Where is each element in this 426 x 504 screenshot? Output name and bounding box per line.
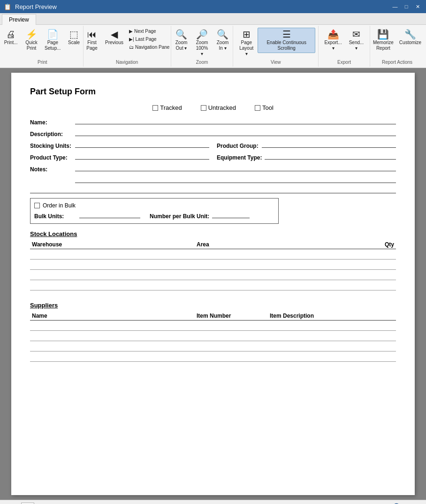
product-group-field[interactable] — [262, 141, 396, 148]
stock-row4-qty — [359, 280, 396, 290]
previous-button[interactable]: ◀ Previous — [103, 28, 126, 53]
item-description-header: Item Description — [268, 312, 396, 321]
suppliers-section: Suppliers Name Item Number Item Descript… — [30, 302, 396, 367]
stock-row4-warehouse — [30, 280, 195, 290]
maximize-button[interactable]: □ — [402, 2, 411, 11]
checkbox-row: Tracked Untracked Tool — [30, 104, 396, 111]
enable-continuous-label: Enable Continuous Scrolling — [260, 40, 313, 51]
description-label: Description: — [30, 131, 72, 137]
product-type-equipment-row: Product Type: Equipment Type: — [30, 153, 396, 161]
supplier-row-2 — [30, 330, 396, 341]
status-bar: Page: / 1 109% − + — [0, 500, 426, 504]
name-field[interactable] — [75, 118, 396, 124]
notes-field[interactable] — [75, 165, 396, 171]
minimize-button[interactable]: — — [390, 2, 400, 11]
enable-continuous-button[interactable]: ☰ Enable Continuous Scrolling — [258, 28, 315, 53]
export-icon: 📤 — [327, 30, 339, 39]
supplier-row2-name — [30, 330, 195, 341]
supplier-blank1 — [30, 361, 195, 366]
stock-row-1 — [30, 249, 396, 260]
equipment-type-label: Equipment Type: — [217, 154, 262, 161]
tracked-checkbox[interactable] — [152, 105, 158, 111]
stock-row-2 — [30, 260, 396, 270]
ribbon-group-export: 📤 Export... ▾ ✉ Send... ▾ Export — [319, 26, 370, 67]
nav-group-items: ⏮ FirstPage ◀ Previous ▶ Next Page ▶| La… — [82, 28, 172, 53]
print-button[interactable]: 🖨 Print... — [1, 28, 21, 47]
view-group-items: ⊞ PageLayout ▾ ☰ Enable Continuous Scrol… — [236, 28, 315, 59]
memorize-report-button[interactable]: 💾 MemorizeReport — [371, 28, 396, 53]
zoom-in-icon: 🔍 — [217, 30, 228, 39]
print-group-items: 🖨 Print... ⚡ QuickPrint 📄 PageSetup... ⬚… — [1, 28, 84, 59]
supplier-row4-item-description — [268, 351, 396, 361]
supplier-row-1 — [30, 320, 396, 330]
enable-continuous-icon: ☰ — [282, 30, 291, 39]
number-per-bulk-field[interactable] — [212, 212, 250, 218]
title-bar-controls: — □ ✕ — [390, 2, 422, 11]
suppliers-table: Name Item Number Item Description — [30, 312, 396, 367]
product-type-label: Product Type: — [30, 154, 72, 161]
stock-row-4 — [30, 280, 396, 290]
page-layout-button[interactable]: ⊞ PageLayout ▾ — [236, 28, 257, 59]
page-input[interactable] — [21, 503, 34, 504]
bulk-section-box: Order in Bulk Bulk Units: Number per Bul… — [30, 198, 279, 224]
report-actions-items: 💾 MemorizeReport 🔧 Customize — [371, 28, 424, 59]
bulk-units-field[interactable] — [79, 212, 140, 218]
next-page-button[interactable]: ▶ Next Page — [127, 28, 172, 35]
send-icon: ✉ — [352, 30, 360, 39]
stock-blank1 — [30, 290, 195, 295]
tool-checkbox[interactable] — [255, 105, 260, 111]
navigation-pane-button[interactable]: 🗂 Navigation Pane — [127, 44, 172, 51]
export-button[interactable]: 📤 Export... ▾ — [321, 28, 345, 53]
name-label: Name: — [30, 119, 72, 126]
supplier-blank3 — [268, 361, 396, 366]
zoom-out-label: ZoomOut ▾ — [175, 40, 188, 51]
qty-header: Qty — [359, 240, 396, 249]
notes-field-line2 — [75, 176, 396, 183]
export-label: Export... ▾ — [324, 40, 342, 51]
separator-line1 — [30, 187, 396, 193]
print-group-label: Print — [38, 59, 47, 65]
close-button[interactable]: ✕ — [413, 2, 422, 11]
page-setup-button[interactable]: 📄 PageSetup... — [42, 28, 63, 53]
zoom-100-button[interactable]: 🔎 Zoom100% ▾ — [192, 28, 212, 59]
stock-locations-header: Warehouse Area Qty — [30, 240, 396, 249]
zoom-in-button[interactable]: 🔍 ZoomIn ▾ — [213, 28, 233, 53]
tab-preview[interactable]: Preview — [2, 14, 36, 25]
send-label: Send... ▾ — [348, 40, 365, 51]
supplier-row1-name — [30, 320, 195, 330]
print-label: Print... — [4, 40, 18, 46]
report-actions-label: Report Actions — [382, 59, 412, 65]
stocking-units-field[interactable] — [75, 141, 209, 148]
stock-row3-qty — [359, 270, 396, 280]
page-setup-icon: 📄 — [47, 30, 59, 39]
ribbon-content: 🖨 Print... ⚡ QuickPrint 📄 PageSetup... ⬚… — [0, 25, 426, 68]
untracked-checkbox[interactable] — [201, 105, 206, 111]
ribbon-group-navigation: ⏮ FirstPage ◀ Previous ▶ Next Page ▶| La… — [84, 26, 171, 67]
send-button[interactable]: ✉ Send... ▾ — [346, 28, 367, 53]
quick-print-button[interactable]: ⚡ QuickPrint — [22, 28, 41, 53]
warehouse-header: Warehouse — [30, 240, 195, 249]
tracked-label: Tracked — [160, 104, 182, 111]
tool-label: Tool — [262, 104, 274, 111]
zoom-100-icon: 🔎 — [196, 30, 208, 39]
stocking-units-group: Stocking Units: — [30, 141, 209, 149]
quick-print-label: QuickPrint — [25, 40, 38, 51]
zoom-out-button[interactable]: 🔍 ZoomOut ▾ — [172, 28, 191, 53]
order-bulk-label: Order in Bulk — [43, 202, 76, 209]
equipment-type-field[interactable] — [265, 153, 396, 160]
navigation-pane-label: Navigation Pane — [135, 45, 169, 50]
app-icon: 📋 — [4, 3, 11, 10]
order-bulk-checkbox[interactable] — [34, 203, 40, 208]
product-type-field[interactable] — [75, 153, 209, 160]
suppliers-header: Name Item Number Item Description — [30, 312, 396, 321]
customize-button[interactable]: 🔧 Customize — [397, 28, 424, 47]
description-field[interactable] — [75, 130, 396, 136]
first-page-button[interactable]: ⏮ FirstPage — [82, 28, 102, 53]
next-page-icon: ▶ — [129, 29, 133, 34]
first-page-icon: ⏮ — [87, 30, 97, 39]
supplier-row-3 — [30, 341, 396, 351]
last-page-button[interactable]: ▶| Last Page — [127, 36, 172, 43]
customize-icon: 🔧 — [404, 30, 416, 39]
ribbon-group-zoom: 🔍 ZoomOut ▾ 🔎 Zoom100% ▾ 🔍 ZoomIn ▾ Zoom — [171, 26, 234, 67]
scale-button[interactable]: ⬚ Scale — [64, 28, 84, 47]
